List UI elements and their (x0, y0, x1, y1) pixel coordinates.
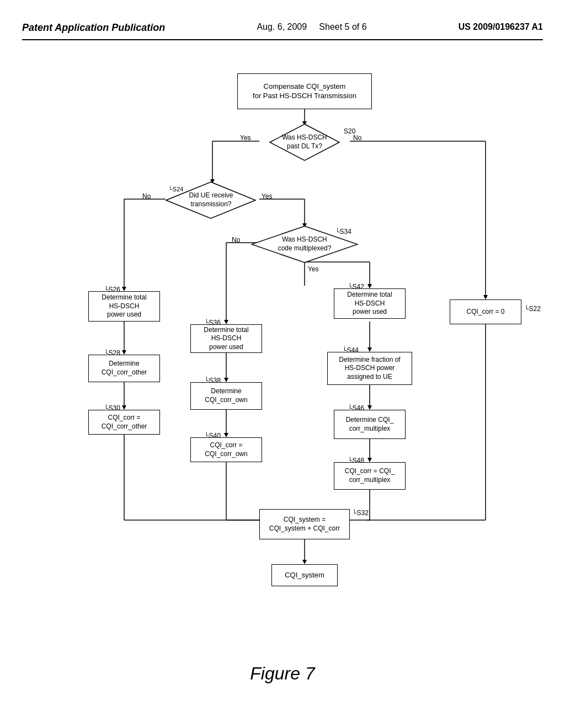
end-box: CQI_system (271, 564, 338, 586)
page-header: Patent Application Publication Aug. 6, 2… (22, 11, 543, 40)
s38-step: └S38 (204, 377, 221, 384)
svg-marker-25 (122, 405, 126, 410)
flowchart-diagram: Compensate CQI_system for Past HS-DSCH T… (22, 57, 543, 652)
figure-label: Figure 7 (22, 663, 543, 684)
s44-box: Determine fraction of HS-DSCH power assi… (327, 352, 412, 385)
s20-no-label: No (353, 134, 361, 142)
s22-box: CQI_corr = 0 (450, 299, 521, 324)
svg-marker-27 (224, 378, 228, 382)
s22-step: └S22 (524, 305, 541, 313)
s24-label: └S24 (168, 185, 183, 193)
svg-marker-18 (224, 320, 228, 324)
s42-box: Determine total HS-DSCH power used (334, 288, 406, 319)
s44-step: └S44 (342, 346, 359, 354)
s48-step: └S48 (348, 457, 364, 464)
s36-step: └S36 (204, 319, 221, 326)
s42-step: └S42 (348, 283, 364, 291)
s32-step: └S32 (352, 509, 369, 517)
s46-box: Determine CQI_ corr_multiplex (334, 410, 406, 439)
s48-box: CQI_corr = CQI_ corr_multiplex (334, 462, 406, 490)
publication-date: Aug. 6, 2009 (257, 22, 307, 31)
s36-box: Determine total HS-DSCH power used (190, 324, 262, 353)
s32-box: CQI_system = CQI_system + CQI_corr (259, 509, 350, 539)
page: Patent Application Publication Aug. 6, 2… (0, 0, 565, 728)
s26-step: └S26 (104, 286, 120, 293)
sheet-info: Sheet 5 of 6 (319, 22, 366, 31)
date-sheet: Aug. 6, 2009 Sheet 5 of 6 (257, 22, 366, 32)
s24-no-label: No (142, 192, 151, 200)
s28-step: └S28 (104, 349, 120, 357)
svg-marker-31 (367, 347, 372, 352)
svg-marker-13 (122, 287, 126, 291)
svg-marker-47 (302, 560, 307, 564)
svg-marker-7 (483, 295, 488, 299)
s28-box: Determine CQI_corr_other (88, 355, 160, 382)
s34-no-label: No (232, 236, 240, 244)
s34-label: └S34 (335, 228, 351, 235)
s30-box: CQI_corr = CQI_corr_other (88, 410, 160, 435)
s46-step: └S46 (348, 404, 364, 412)
svg-marker-35 (367, 458, 372, 462)
s20-yes-label: Yes (240, 134, 251, 142)
svg-marker-29 (224, 433, 228, 437)
svg-marker-23 (122, 350, 126, 355)
s24-yes-label: Yes (262, 192, 273, 200)
svg-marker-21 (367, 284, 372, 288)
s26-box: Determine total HS-DSCH power used (88, 291, 160, 322)
publication-title: Patent Application Publication (22, 22, 165, 34)
svg-marker-33 (367, 405, 372, 410)
start-box: Compensate CQI_system for Past HS-DSCH T… (237, 73, 372, 109)
s34-yes-label: Yes (308, 265, 319, 273)
s40-step: └S40 (204, 432, 221, 440)
s38-box: Determine CQI_corr_own (190, 382, 262, 410)
s30-step: └S30 (104, 404, 120, 412)
s40-box: CQI_corr = CQI_corr_own (190, 437, 262, 462)
s20-diamond: Was HS-DSCHpast DL Tx? (269, 123, 340, 162)
patent-number: US 2009/0196237 A1 (459, 22, 543, 32)
